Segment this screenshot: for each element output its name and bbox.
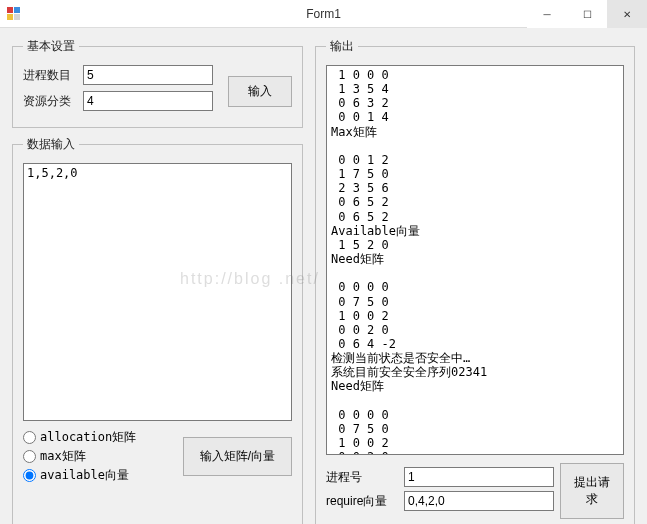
radio-max[interactable]: max矩阵: [23, 448, 167, 465]
svg-rect-1: [14, 7, 20, 13]
matrix-type-radios: allocation矩阵 max矩阵 available向量: [23, 427, 167, 486]
client-area: 基本设置 进程数目 资源分类 输入 数据输入: [0, 28, 647, 524]
request-process-label: 进程号: [326, 469, 398, 486]
output-textbox[interactable]: 1 0 0 0 1 3 5 4 0 6 3 2 0 0 1 4 Max矩阵 0 …: [326, 65, 624, 455]
data-input-group: 数据输入 allocation矩阵 max矩阵 available向量: [12, 136, 303, 524]
right-column: 输出 1 0 0 0 1 3 5 4 0 6 3 2 0 0 1 4 Max矩阵…: [315, 38, 635, 524]
data-input-textarea[interactable]: [23, 163, 292, 421]
radio-available-input[interactable]: [23, 469, 36, 482]
radio-max-input[interactable]: [23, 450, 36, 463]
radio-available-label: available向量: [40, 467, 129, 484]
left-column: 基本设置 进程数目 资源分类 输入 数据输入: [12, 38, 303, 524]
request-require-label: require向量: [326, 493, 398, 510]
input-button[interactable]: 输入: [228, 76, 292, 107]
app-icon: [6, 6, 22, 22]
request-submit-button[interactable]: 提出请求: [560, 463, 624, 519]
radio-allocation[interactable]: allocation矩阵: [23, 429, 167, 446]
radio-max-label: max矩阵: [40, 448, 86, 465]
output-legend: 输出: [326, 38, 358, 55]
svg-rect-0: [7, 7, 13, 13]
process-count-label: 进程数目: [23, 67, 77, 84]
basic-settings-legend: 基本设置: [23, 38, 79, 55]
resource-kind-input[interactable]: [83, 91, 213, 111]
svg-rect-2: [7, 14, 13, 20]
radio-available[interactable]: available向量: [23, 467, 167, 484]
request-require-input[interactable]: [404, 491, 554, 511]
titlebar: Form1 ─ ☐ ✕: [0, 0, 647, 28]
window-controls: ─ ☐ ✕: [527, 0, 647, 28]
resource-kind-label: 资源分类: [23, 93, 77, 110]
data-input-legend: 数据输入: [23, 136, 79, 153]
maximize-button[interactable]: ☐: [567, 0, 607, 28]
process-count-input[interactable]: [83, 65, 213, 85]
svg-rect-3: [14, 14, 20, 20]
minimize-button[interactable]: ─: [527, 0, 567, 28]
basic-settings-group: 基本设置 进程数目 资源分类 输入: [12, 38, 303, 128]
radio-allocation-label: allocation矩阵: [40, 429, 136, 446]
output-group: 输出 1 0 0 0 1 3 5 4 0 6 3 2 0 0 1 4 Max矩阵…: [315, 38, 635, 524]
submit-matrix-button[interactable]: 输入矩阵/向量: [183, 437, 292, 476]
close-button[interactable]: ✕: [607, 0, 647, 28]
request-process-input[interactable]: [404, 467, 554, 487]
radio-allocation-input[interactable]: [23, 431, 36, 444]
